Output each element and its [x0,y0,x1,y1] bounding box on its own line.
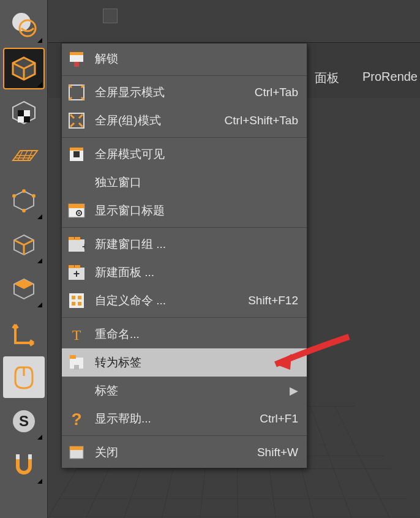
svg-point-26 [78,212,80,214]
svg-rect-37 [78,296,81,299]
submenu-arrow-icon: ▶ [290,384,298,397]
menu-rename[interactable]: T 重命名... [62,320,307,348]
cube-uv-icon [9,98,39,127]
svg-text:+: + [73,268,80,280]
new-group-icon: + [66,233,88,255]
tool-magnet[interactable] [3,445,45,486]
menu-new-window-group[interactable]: + 新建窗口组 ... [62,230,307,258]
menu-row: 面板 ProRende [312,69,420,88]
svg-rect-4 [18,116,24,122]
svg-rect-2 [18,110,24,116]
menu-label: 全屏模式可见 [95,146,298,162]
menu-label: 独立窗口 [95,175,298,190]
context-menu: 解锁 全屏显示模式 Ctrl+Tab 全屏(组)模式 Ctrl+Shift+Ta… [61,43,307,468]
tool-cube[interactable] [3,48,45,89]
svg-rect-5 [24,116,30,122]
svg-rect-22 [70,148,83,151]
menu-panel[interactable]: 面板 [312,69,342,88]
cube-icon [9,54,39,83]
menu-fullscreen-group[interactable]: 全屏(组)模式 Ctrl+Shift+Tab [62,107,307,135]
menu-prorender[interactable]: ProRende [360,69,420,88]
svg-point-9 [22,209,26,212]
help-icon: ? [66,408,88,430]
menu-label: 标签 [95,383,290,399]
menu-to-tab[interactable]: 转为标签 [62,348,307,377]
layout-box-icon[interactable] [103,9,118,23]
svg-text:T: T [72,327,81,342]
new-panel-icon: + [66,261,88,283]
fullscreen-group-icon [66,110,88,132]
menu-show-window-title[interactable]: 显示窗口标题 [62,197,307,225]
svg-text:S: S [18,413,28,429]
visible-icon [66,143,88,165]
mouse-icon [9,362,39,392]
rename-icon: T [66,323,88,345]
tool-snap[interactable]: S [3,400,45,442]
menu-separator [62,137,307,138]
menu-label: 解锁 [95,51,298,67]
menu-shortcut: Shift+W [257,446,298,459]
menu-separator [62,317,307,318]
menu-label: 新建窗口组 ... [95,236,298,252]
menu-label: 显示窗口标题 [95,203,298,219]
menu-tabs-submenu[interactable]: 标签 ▶ [62,377,307,405]
menu-independent-window[interactable]: 独立窗口 [62,168,307,197]
menu-label: 全屏(组)模式 [95,113,225,129]
tool-floor-grid[interactable] [3,136,45,178]
left-toolbar: S [0,0,48,518]
custom-command-icon [66,290,88,312]
svg-text:+: + [82,241,85,252]
menu-fullscreen-visible[interactable]: 全屏模式可见 [62,140,307,168]
svg-rect-43 [74,365,79,370]
svg-rect-21 [73,151,80,157]
svg-rect-29 [75,237,80,240]
svg-text:?: ? [71,410,81,427]
menu-label: 转为标签 [95,355,298,370]
menu-shortcut: Ctrl+Tab [255,86,298,99]
tool-globe[interactable] [3,4,45,45]
axis-icon [9,318,39,348]
menu-custom-command[interactable]: 自定义命令 ... Shift+F12 [62,287,307,315]
svg-rect-14 [28,454,32,459]
tool-cube-solid[interactable] [3,268,45,310]
menu-new-panel[interactable]: + 新建面板 ... [62,258,307,287]
tool-cube-wire[interactable] [3,224,45,266]
menu-separator [62,227,307,228]
menu-shortcut: Shift+F12 [248,294,298,307]
svg-rect-3 [24,110,30,116]
menu-label: 自定义命令 ... [95,293,248,309]
svg-point-8 [12,194,16,198]
svg-rect-17 [74,62,79,67]
menu-show-help[interactable]: ? 显示帮助... Ctrl+F1 [62,405,307,433]
unlock-icon [66,48,88,70]
menu-label: 关闭 [95,445,257,460]
svg-rect-16 [70,52,83,55]
menu-label: 新建面板 ... [95,265,298,280]
cube-points-icon [9,186,39,216]
tool-cube-points[interactable] [3,180,45,222]
svg-point-6 [22,189,26,193]
svg-rect-38 [72,302,75,306]
menu-close[interactable]: 关闭 Shift+W [62,438,307,467]
svg-rect-36 [72,296,75,299]
menu-label: 重命名... [95,326,298,342]
floor-grid-icon [9,142,39,171]
menu-shortcut: Ctrl+F1 [260,412,298,426]
svg-rect-46 [70,446,83,450]
tool-cube-uv[interactable] [3,92,45,133]
blank-icon [66,380,88,402]
svg-rect-28 [69,237,74,240]
cube-solid-icon [9,274,39,304]
window-title-icon [66,200,88,222]
menu-fullscreen-mode[interactable]: 全屏显示模式 Ctrl+Tab [62,78,307,107]
menu-separator [62,75,307,76]
tool-axis[interactable] [3,312,45,354]
tool-mouse[interactable] [3,356,45,398]
menu-unlock[interactable]: 解锁 [62,45,307,73]
top-bar [48,0,420,43]
globe-icon [9,10,39,39]
snap-s-icon: S [9,407,39,436]
svg-rect-35 [69,293,84,308]
to-tab-icon [66,351,88,373]
close-window-icon [66,441,88,464]
